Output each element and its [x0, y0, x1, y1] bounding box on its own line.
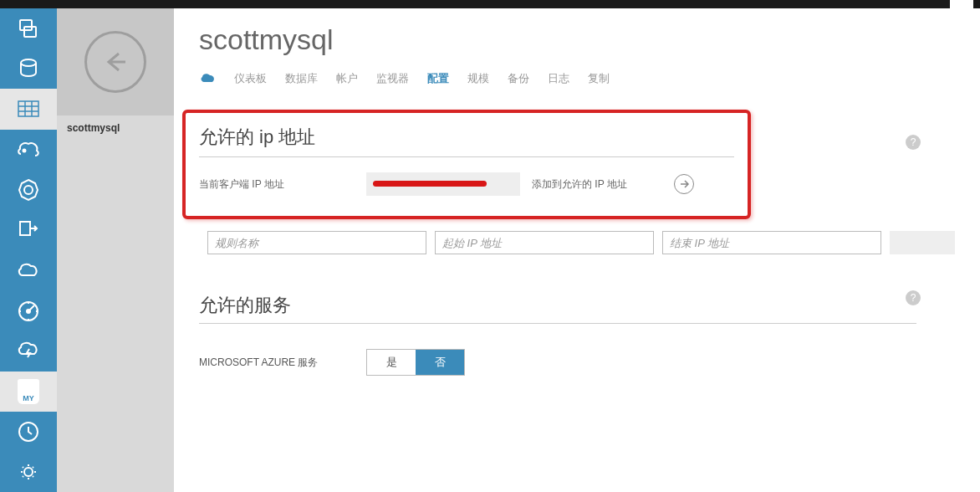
main-content: scottmysql 仪表板 数据库 帐户 监视器 配置 规模 备份 日志 复制…: [174, 8, 980, 492]
arrow-left-icon: [100, 47, 130, 77]
hadoop-icon: [16, 139, 41, 161]
databases-icon: [17, 17, 40, 40]
divider: [199, 156, 734, 157]
rule-name-input[interactable]: [207, 231, 426, 254]
svg-point-15: [24, 468, 33, 476]
cloud-bolt-icon: [16, 341, 41, 361]
left-rail: MY: [0, 8, 57, 492]
tab-dashboard[interactable]: 仪表板: [234, 71, 267, 86]
allowed-ip-box: 允许的 ip 地址 当前客户端 IP 地址 添加到允许的 IP 地址: [182, 110, 751, 219]
rule-row-tail: [890, 231, 955, 254]
cloud-status-icon: [199, 72, 216, 86]
svg-rect-3: [18, 101, 38, 116]
rail-db[interactable]: [0, 49, 57, 89]
divider: [199, 323, 916, 324]
current-ip-value-redacted: [366, 172, 520, 196]
svg-marker-9: [19, 180, 38, 200]
cog-circle-icon: [17, 178, 40, 202]
grid-icon: [18, 100, 39, 117]
azure-services-toggle: 是 否: [366, 349, 465, 376]
breadcrumb-item[interactable]: scottmysql: [57, 115, 174, 141]
gauge-icon: [16, 299, 41, 322]
tab-replicate[interactable]: 复制: [588, 71, 610, 86]
breadcrumb-column: scottmysql: [57, 8, 174, 492]
svg-point-2: [21, 59, 36, 66]
svg-point-13: [27, 310, 30, 313]
tab-backup[interactable]: 备份: [508, 71, 529, 86]
arrow-right-icon: [678, 178, 690, 190]
toggle-yes[interactable]: 是: [367, 350, 416, 375]
db-cylinder-icon: [18, 58, 39, 79]
allowed-services-title: 允许的服务: [199, 293, 916, 318]
rail-grid[interactable]: [0, 89, 57, 129]
rail-hadoop[interactable]: [0, 130, 57, 170]
back-button[interactable]: [84, 31, 146, 93]
settings-icon: [17, 464, 40, 479]
rail-databases[interactable]: [0, 8, 57, 49]
page-title: scottmysql: [199, 23, 955, 56]
svg-point-10: [24, 186, 33, 194]
tab-scale[interactable]: 规模: [467, 71, 489, 86]
rail-cog-circle[interactable]: [0, 170, 57, 210]
help-allowed-ip[interactable]: ?: [906, 135, 921, 150]
mysql-icon: MY: [18, 379, 39, 404]
rail-deploy[interactable]: [0, 210, 57, 250]
svg-point-8: [23, 149, 26, 151]
back-area: [57, 8, 174, 115]
allowed-ip-title: 允许的 ip 地址: [199, 125, 734, 150]
azure-services-row: MICROSOFT AZURE 服务 是 否: [199, 349, 955, 376]
current-ip-label: 当前客户端 IP 地址: [199, 177, 366, 192]
rail-cloud-gear[interactable]: [0, 250, 57, 290]
tab-logs[interactable]: 日志: [548, 71, 569, 86]
add-ip-button[interactable]: [674, 174, 694, 194]
top-bar: [0, 0, 980, 8]
clock-icon: [17, 420, 40, 443]
deploy-icon: [17, 218, 40, 242]
svg-rect-11: [20, 222, 30, 235]
tab-database[interactable]: 数据库: [285, 71, 318, 86]
svg-rect-0: [20, 20, 32, 30]
cloud-gear-icon: [16, 260, 41, 280]
rail-mysql[interactable]: MY: [0, 372, 57, 412]
rail-clock[interactable]: [0, 412, 57, 452]
rule-start-ip-input[interactable]: [435, 231, 654, 254]
add-to-allowed-label: 添加到允许的 IP 地址: [532, 177, 674, 192]
help-allowed-services[interactable]: ?: [906, 290, 921, 305]
current-ip-row: 当前客户端 IP 地址 添加到允许的 IP 地址: [199, 172, 734, 196]
rail-cloud-bolt[interactable]: [0, 331, 57, 371]
firewall-rule-row: [199, 231, 955, 254]
rail-gauge[interactable]: [0, 290, 57, 331]
shell: MY scottmysql scottmysql 仪表板 数据库 帐户 监视器 …: [0, 8, 980, 492]
azure-services-label: MICROSOFT AZURE 服务: [199, 356, 366, 370]
tab-configure[interactable]: 配置: [427, 71, 449, 86]
allowed-services-header: 允许的服务 ?: [199, 293, 916, 324]
toggle-no[interactable]: 否: [416, 350, 464, 375]
rail-settings[interactable]: [0, 452, 57, 492]
tab-monitor[interactable]: 监视器: [376, 71, 409, 86]
tab-account[interactable]: 帐户: [336, 71, 358, 86]
svg-rect-1: [24, 27, 36, 37]
tabs: 仪表板 数据库 帐户 监视器 配置 规模 备份 日志 复制: [199, 71, 955, 86]
rule-end-ip-input[interactable]: [662, 231, 881, 254]
